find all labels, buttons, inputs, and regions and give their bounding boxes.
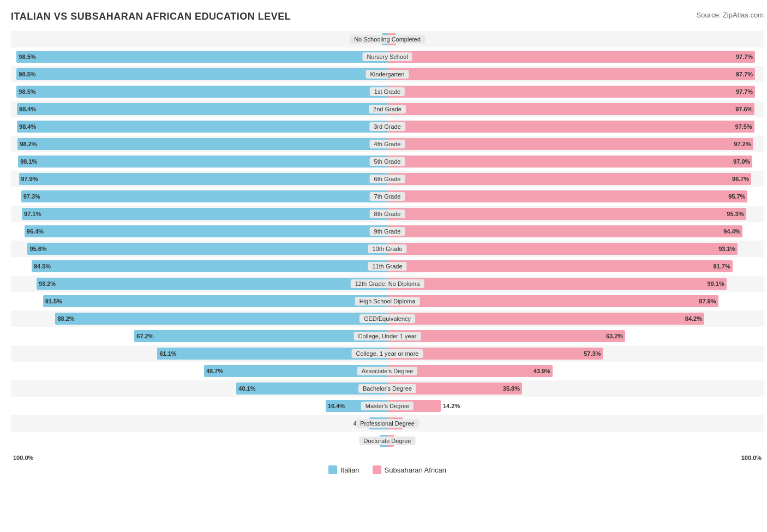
right-value: 96.7% (732, 176, 749, 182)
left-value: 40.1% (238, 385, 255, 392)
left-value: 96.4% (27, 228, 44, 235)
left-section: 98.5% (11, 49, 387, 65)
left-section: 67.2% (11, 328, 387, 344)
bar-row: 93.2% 12th Grade, No Diploma 90.1% (11, 276, 764, 292)
bar-label: 6th Grade (370, 175, 405, 183)
bar-label: No Schooling Completed (350, 35, 425, 44)
bar-pink: 97.6% (387, 103, 754, 115)
bar-pink: 91.7% (387, 260, 733, 272)
bar-row: 97.9% 6th Grade 96.7% (11, 171, 764, 187)
right-section: 97.5% (387, 118, 764, 135)
bar-row: 4.8% Professional Degree 4.1% (11, 415, 764, 432)
bar-pink: 84.2% (387, 313, 704, 325)
left-section: 97.3% (11, 188, 387, 205)
bar-pink: 97.5% (387, 121, 754, 133)
left-section: 1.5% (11, 31, 387, 47)
bar-blue: 97.3% (21, 190, 387, 202)
right-value: 95.7% (728, 193, 745, 200)
bar-blue: 98.2% (17, 138, 387, 150)
left-section: 98.2% (11, 136, 387, 152)
bar-row: 40.1% Bachelor's Degree 35.8% (11, 380, 764, 397)
left-section: 88.2% (11, 310, 387, 327)
bar-pink: 90.1% (387, 278, 727, 290)
left-section: 93.2% (11, 276, 387, 292)
right-section: 43.9% (387, 363, 764, 379)
left-value: 98.4% (19, 106, 36, 112)
bar-blue: 98.5% (16, 68, 387, 80)
bar-pink: 97.7% (387, 51, 755, 63)
bar-row: 48.7% Associate's Degree 43.9% (11, 363, 764, 379)
right-section: 97.7% (387, 66, 764, 82)
chart-container: ITALIAN VS SUBSAHARAN AFRICAN EDUCATION … (11, 11, 764, 474)
bar-label: Associate's Degree (357, 367, 417, 375)
bar-pink: 97.0% (387, 156, 752, 168)
right-value: 84.2% (685, 315, 702, 322)
bar-row: 98.1% 5th Grade 97.0% (11, 153, 764, 170)
right-section: 4.1% (387, 415, 764, 432)
right-section: 96.7% (387, 171, 764, 187)
right-value: 97.7% (736, 88, 753, 95)
bar-blue: 91.5% (43, 295, 387, 307)
bar-row: 98.4% 3rd Grade 97.5% (11, 118, 764, 135)
left-value: 98.1% (20, 158, 37, 165)
left-value: 97.3% (23, 193, 40, 200)
left-value: 16.4% (328, 403, 345, 409)
right-section: 95.3% (387, 206, 764, 222)
left-value: 98.5% (19, 88, 35, 95)
bar-label: GED/Equivalency (359, 314, 415, 323)
bar-blue: 93.2% (37, 278, 387, 290)
left-value: 98.5% (19, 53, 35, 60)
left-section: 61.1% (11, 345, 387, 362)
bar-label: High School Diploma (355, 297, 420, 306)
right-value: 90.1% (707, 280, 724, 287)
right-section: 90.1% (387, 276, 764, 292)
bar-label: 3rd Grade (369, 122, 405, 131)
bar-blue: 96.4% (25, 225, 387, 237)
right-section: 2.3% (387, 31, 764, 47)
bar-row: 98.5% 1st Grade 97.7% (11, 83, 764, 100)
right-value: 95.3% (727, 211, 744, 217)
bar-row: 95.6% 10th Grade 93.1% (11, 241, 764, 257)
left-section: 2.0% (11, 433, 387, 449)
bar-pink: 97.7% (387, 86, 755, 98)
bar-label: 7th Grade (370, 192, 405, 201)
right-section: 95.7% (387, 188, 764, 205)
bar-blue: 67.2% (134, 330, 387, 342)
bar-label: Nursery School (362, 52, 412, 61)
left-section: 98.5% (11, 83, 387, 100)
bar-label: Kindergarten (366, 70, 409, 79)
bar-pink: 63.2% (387, 330, 625, 342)
bar-blue: 97.9% (19, 173, 388, 185)
right-section: 1.8% (387, 433, 764, 449)
right-section: 63.2% (387, 328, 764, 344)
bar-blue: 98.1% (18, 156, 387, 168)
right-value: 57.3% (584, 350, 601, 357)
left-section: 96.4% (11, 223, 387, 240)
left-value: 95.6% (29, 246, 46, 252)
left-value: 48.7% (206, 368, 223, 374)
left-section: 40.1% (11, 380, 387, 397)
bar-row: 98.2% 4th Grade 97.2% (11, 136, 764, 152)
bar-blue: 98.5% (16, 51, 387, 63)
bar-pink: 93.1% (387, 243, 738, 255)
right-value: 97.6% (735, 106, 752, 112)
right-section: 14.2% (387, 398, 764, 414)
right-value: 93.1% (718, 246, 735, 252)
left-section: 4.8% (11, 415, 387, 432)
left-value: 67.2% (136, 333, 153, 339)
right-section: 35.8% (387, 380, 764, 397)
bar-pink: 96.7% (387, 173, 751, 185)
bar-label: 4th Grade (370, 140, 405, 148)
bar-label: 2nd Grade (369, 105, 406, 113)
right-value: 14.2% (443, 403, 460, 409)
bar-label: 1st Grade (370, 87, 405, 96)
right-value: 97.2% (734, 141, 751, 147)
right-section: 97.7% (387, 49, 764, 65)
bar-label: 9th Grade (370, 227, 405, 236)
right-section: 91.7% (387, 258, 764, 274)
left-section: 97.9% (11, 171, 387, 187)
left-section: 94.5% (11, 258, 387, 274)
right-section: 87.9% (387, 293, 764, 309)
left-value: 93.2% (39, 280, 56, 287)
right-section: 93.1% (387, 241, 764, 257)
